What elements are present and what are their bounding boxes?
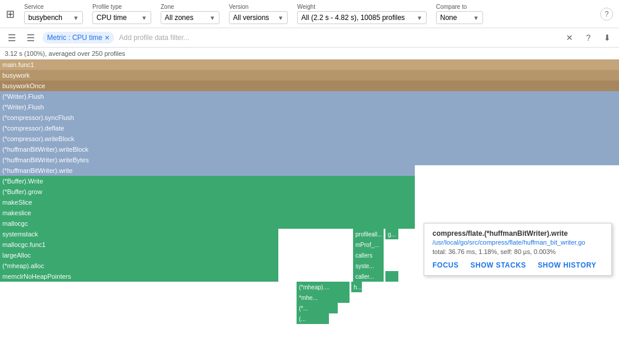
summary-text: 3.12 s (100%), averaged over 250 profile… [0, 48, 619, 59]
flame-row: (*huffmanBitWriter).writeBytes [0, 155, 619, 165]
flame-bar[interactable]: largeAlloc [0, 250, 278, 261]
flame-row: (*mheap)....h... [0, 282, 619, 292]
flame-bar-label: makeslice [2, 209, 31, 216]
flame-bar-extra[interactable]: h... [351, 282, 362, 292]
flame-row: (*Writer).Flush [0, 102, 619, 112]
service-select[interactable]: busybench ▼ [24, 11, 83, 24]
flame-bar[interactable]: memclrNoHeapPointers [0, 271, 278, 282]
flame-bar[interactable]: main.func1 [0, 59, 619, 70]
flame-row: makeslice [0, 208, 619, 218]
flamegraph-tooltip: compress/flate.(*huffmanBitWriter).write… [424, 223, 612, 276]
flame-bar[interactable]: (*compressor).syncFlush [0, 112, 619, 123]
flame-rows: main.func1busyworkbusyworkOnce(*Writer).… [0, 59, 619, 324]
flame-bar-label: makeSlice [2, 199, 32, 206]
flame-bar-label: (*huffmanBitWriter).writeBlock [2, 146, 88, 153]
version-value: All versions [233, 14, 269, 22]
toolbar-help-btn[interactable]: ? [600, 8, 613, 21]
flame-bar-label: memclrNoHeapPointers [2, 273, 71, 280]
flame-row: (*... [0, 303, 619, 313]
weight-value: All (2.2 s - 4.82 s), 10085 profiles [301, 14, 405, 22]
zone-group: Zone All zones ▼ [161, 4, 219, 24]
flame-bar-label: busywork [2, 72, 29, 79]
flame-bar[interactable]: (*... [297, 303, 338, 313]
weight-select[interactable]: All (2.2 s - 4.82 s), 10085 profiles ▼ [297, 11, 427, 24]
filter-download-icon[interactable]: ⬇ [600, 31, 614, 45]
flame-bar[interactable]: (*huffmanBitWriter).writeBlock [0, 144, 619, 155]
list-view-icon[interactable]: ☰ [5, 31, 19, 45]
flame-bar[interactable]: (... [297, 313, 329, 324]
filter-input-placeholder[interactable]: Add profile data filter... [119, 34, 189, 42]
flame-bar[interactable]: busywork [0, 70, 619, 81]
version-chevron-icon: ▼ [278, 15, 284, 21]
flame-bar-label: (*Writer).Flush [2, 103, 44, 111]
filter-chip-close-icon[interactable]: × [105, 33, 109, 42]
flame-bar[interactable]: (*compressor).writeBlock [0, 133, 619, 144]
flame-row: (*compressor).deflate [0, 123, 619, 133]
flame-bar-small[interactable]: profileall... [353, 229, 384, 239]
version-select[interactable]: All versions ▼ [229, 11, 288, 24]
flame-bar-label: (*mheap).alloc [2, 262, 44, 269]
filter-bar-actions: ✕ ? ⬇ [563, 31, 614, 45]
zone-chevron-icon: ▼ [209, 15, 215, 21]
profile-type-label: Profile type [92, 4, 151, 10]
flame-bar[interactable]: (*mheap).... [297, 282, 350, 292]
tooltip-stacks-btn[interactable]: SHOW STACKS [471, 261, 527, 269]
flame-bar-label: (*compressor).deflate [2, 125, 64, 132]
flame-bar[interactable]: (*Writer).Flush [0, 91, 619, 102]
flame-bar-label: (*Writer).Flush [2, 93, 44, 100]
profile-type-chevron-icon: ▼ [141, 15, 147, 21]
flame-row: busywork [0, 70, 619, 81]
flame-bar-label: largeAlloc [2, 252, 31, 259]
flame-bar[interactable]: (*huffmanBitWriter).writeBytes [0, 155, 619, 165]
tooltip-history-btn[interactable]: SHOW HISTORY [538, 261, 596, 269]
flame-row: (*Writer).Flush [0, 91, 619, 102]
weight-group: Weight All (2.2 s - 4.82 s), 10085 profi… [297, 4, 427, 24]
flame-bar-label: (*Buffer).grow [2, 188, 42, 195]
flame-bar[interactable]: makeslice [0, 208, 415, 218]
profile-type-select[interactable]: CPU time ▼ [92, 11, 151, 24]
service-value: busybench [28, 14, 62, 22]
flame-bar-small[interactable]: syste... [353, 261, 384, 271]
flame-bar[interactable]: (*huffmanBitWriter).write [0, 165, 415, 176]
flame-bar-label: (*Buffer).Write [2, 178, 43, 185]
flame-row: main.func1 [0, 59, 619, 70]
view-toggle-btn[interactable]: ⊞ [6, 8, 15, 21]
flame-bar-small[interactable]: mProf_... [353, 239, 384, 250]
flame-bar[interactable]: (*compressor).deflate [0, 123, 619, 133]
compare-chevron-icon: ▼ [473, 15, 479, 21]
flame-bar-small[interactable]: g... [385, 229, 398, 239]
flame-bar[interactable]: (*Writer).Flush [0, 102, 619, 112]
flame-bar-small[interactable]: callers [353, 250, 384, 261]
flame-bar[interactable]: busyworkOnce [0, 81, 619, 91]
flame-row: *mhe... [0, 292, 619, 303]
profile-type-group: Profile type CPU time ▼ [92, 4, 151, 24]
flame-row: makeSlice [0, 197, 619, 208]
weight-label: Weight [297, 4, 427, 10]
flamegraph-container: 3.12 s (100%), averaged over 250 profile… [0, 48, 619, 324]
flame-bar-small[interactable]: caller... [353, 271, 384, 282]
tooltip-focus-btn[interactable]: FOCUS [432, 261, 459, 269]
metric-filter-chip[interactable]: Metric : CPU time × [42, 32, 114, 44]
filter-help-icon[interactable]: ? [581, 31, 595, 45]
service-label: Service [24, 4, 83, 10]
flame-row: (*Buffer).grow [0, 186, 619, 197]
flame-bar[interactable]: (*Buffer).grow [0, 186, 415, 197]
flame-bar[interactable]: mallocgc.func1 [0, 239, 278, 250]
filter-options-icon[interactable]: ☰ [24, 31, 38, 45]
toolbar: ⊞ Service busybench ▼ Profile type CPU t… [0, 0, 619, 28]
flame-bar[interactable]: systemstack [0, 229, 278, 239]
flame-bar[interactable]: mallocgc [0, 218, 415, 229]
flame-bar[interactable]: *mhe... [297, 292, 350, 303]
filter-close-icon[interactable]: ✕ [563, 31, 577, 45]
tooltip-title: compress/flate.(*huffmanBitWriter).write [432, 229, 603, 238]
flame-bar[interactable]: (*Buffer).Write [0, 176, 415, 186]
flame-bar[interactable]: (*mheap).alloc [0, 261, 278, 271]
flame-bar-small[interactable] [385, 271, 398, 282]
tooltip-actions: FOCUS SHOW STACKS SHOW HISTORY [432, 261, 603, 269]
flame-bar-label: (*compressor).syncFlush [2, 114, 74, 121]
zone-select[interactable]: All zones ▼ [161, 11, 219, 24]
flame-bar-label: main.func1 [2, 61, 34, 68]
flame-bar[interactable]: makeSlice [0, 197, 415, 208]
version-group: Version All versions ▼ [229, 4, 288, 24]
compare-select[interactable]: None ▼ [436, 11, 483, 24]
